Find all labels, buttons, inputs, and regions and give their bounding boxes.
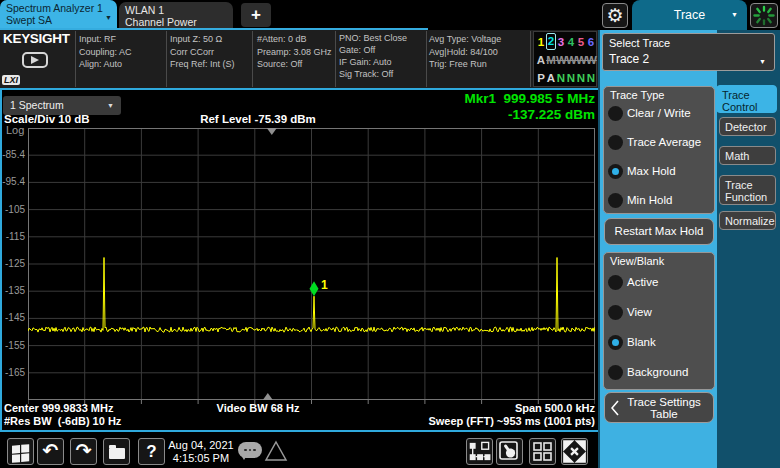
radio-min-hold[interactable]: Min Hold bbox=[608, 187, 672, 213]
spectrum-display: 1 Spectrum ▼ Mkr1 999.985 5 MHz -137.225… bbox=[0, 88, 598, 432]
meas-col-avg[interactable]: Avg Type: Voltage Avg|Hold: 84/100 Trig:… bbox=[429, 33, 528, 71]
divider bbox=[530, 31, 531, 87]
sequencer-button[interactable] bbox=[466, 438, 493, 465]
windows-start-button[interactable] bbox=[7, 438, 34, 465]
video-bw-label[interactable]: Video BW 68 Hz bbox=[100, 402, 416, 414]
menu-tab-math[interactable]: Math bbox=[719, 146, 776, 165]
menu-tab-normalize[interactable]: Normalize bbox=[719, 211, 776, 230]
y-axis-label: -125 bbox=[0, 258, 25, 269]
radio-indicator bbox=[608, 365, 623, 380]
busy-indicator-button[interactable] bbox=[750, 3, 778, 28]
menu-header-dropdown[interactable]: Trace ▼ bbox=[632, 0, 747, 30]
touch-hand-icon bbox=[497, 439, 522, 464]
chevron-down-icon: ▼ bbox=[731, 0, 738, 30]
radio-trace-average[interactable]: Trace Average bbox=[608, 129, 701, 155]
meas-col-pno[interactable]: PNO: Best Close Gate: Off IF Gain: Auto … bbox=[339, 32, 424, 80]
trace-legend[interactable]: 123456 AMWWWW PANNNN bbox=[533, 31, 597, 87]
trace-legend-cell: N bbox=[576, 69, 586, 87]
gear-icon: ⚙ bbox=[606, 5, 623, 26]
trace-legend-cell: N bbox=[566, 69, 576, 87]
marker-1-diamond bbox=[309, 281, 318, 296]
radio-clear-write[interactable]: Clear / Write bbox=[608, 100, 691, 126]
radio-background[interactable]: Background bbox=[608, 359, 688, 385]
radio-indicator bbox=[608, 135, 623, 150]
radio-active[interactable]: Active bbox=[608, 269, 658, 295]
sweep-label[interactable]: Sweep (FFT) ~953 ms (1001 pts) bbox=[428, 415, 595, 427]
folder-icon bbox=[109, 448, 125, 459]
view-blank-group: View/Blank Active View Blank Background bbox=[603, 252, 715, 390]
radio-indicator bbox=[608, 193, 623, 208]
trace-legend-cell: M bbox=[546, 51, 556, 69]
tab-spectrum-analyzer[interactable]: Spectrum Analyzer 1 Swept SA ▼ bbox=[0, 0, 117, 28]
spectrum-plot-svg: 1 bbox=[28, 128, 595, 406]
radio-indicator bbox=[608, 164, 623, 179]
res-bw-label[interactable]: #Res BW (-6dB) 10 Hz bbox=[4, 415, 121, 427]
expand-arrows-icon bbox=[562, 439, 587, 464]
marker-1-label: 1 bbox=[321, 278, 328, 292]
add-screen-button[interactable]: + bbox=[241, 3, 271, 27]
spectrum-plot[interactable]: 1 bbox=[28, 128, 595, 406]
y-axis-label: -155 bbox=[0, 340, 25, 351]
divider bbox=[75, 31, 76, 87]
select-trace-dropdown[interactable]: Select Trace Trace 2 ▼ bbox=[602, 33, 775, 71]
chevron-down-icon: ▼ bbox=[105, 12, 112, 24]
trace-legend-numbers: 123456 bbox=[536, 33, 596, 51]
windows-icon bbox=[8, 439, 33, 464]
divider bbox=[252, 31, 253, 87]
undo-icon: ↶ bbox=[43, 440, 59, 461]
trace-legend-cell: N bbox=[586, 69, 596, 87]
tab-wlan[interactable]: WLAN 1 Channel Power bbox=[119, 2, 233, 28]
meas-col-input-z[interactable]: Input Z: 50 Ω Corr CCorr Freq Ref: Int (… bbox=[170, 33, 250, 71]
radio-max-hold[interactable]: Max Hold bbox=[608, 158, 676, 184]
help-button[interactable]: ? bbox=[138, 438, 165, 465]
divider bbox=[335, 31, 336, 87]
file-button[interactable] bbox=[103, 438, 130, 465]
tab-subtitle: Swept SA bbox=[6, 14, 111, 26]
sequence-icon bbox=[467, 439, 492, 464]
menu-panel: ⚙ Trace ▼ Select Trace Trace 2 ▼ Trace T… bbox=[598, 0, 780, 468]
system-toolbar: ↶ ↷ ? Aug 04, 2021 4:15:05 PM bbox=[0, 432, 598, 468]
tab-subtitle: Channel Power bbox=[125, 16, 227, 28]
lxi-badge: LXI bbox=[2, 75, 20, 85]
radio-blank[interactable]: Blank bbox=[608, 329, 656, 355]
bottom-axis-indicator bbox=[263, 393, 273, 400]
touch-mode-button[interactable] bbox=[496, 438, 523, 465]
radio-indicator bbox=[608, 275, 623, 290]
center-freq-label[interactable]: Center 999.9833 MHz bbox=[4, 402, 113, 414]
menu-tab-trace-control[interactable]: Trace Control bbox=[716, 85, 777, 113]
trace-legend-cell: 6 bbox=[586, 33, 596, 51]
restart-max-hold-button[interactable]: Restart Max Hold bbox=[604, 218, 714, 245]
meas-col-atten[interactable]: #Atten: 0 dB Preamp: 3.08 GHz Source: Of… bbox=[257, 33, 333, 71]
fullscreen-button[interactable] bbox=[561, 438, 588, 465]
window-layout-button[interactable] bbox=[529, 438, 556, 465]
trace-legend-cell: 2 bbox=[546, 33, 556, 50]
span-label[interactable]: Span 500.0 kHz bbox=[515, 402, 595, 414]
settings-gear-button[interactable]: ⚙ bbox=[602, 3, 628, 28]
trace-legend-cell: W bbox=[556, 51, 566, 69]
y-axis-label: -145 bbox=[0, 312, 25, 323]
y-axis-label: -85.4 bbox=[0, 149, 25, 160]
trace-legend-types: AMWWWW bbox=[536, 51, 596, 69]
menu-tab-trace-function[interactable]: Trace Function bbox=[719, 175, 776, 205]
trace-legend-cell: 3 bbox=[556, 33, 566, 51]
meas-col-input[interactable]: Input: RF Coupling: AC Align: Auto bbox=[79, 33, 163, 71]
trace-legend-detectors: PANNNN bbox=[536, 69, 596, 87]
trace-settings-table-button[interactable]: Trace Settings Table bbox=[604, 392, 714, 423]
divider bbox=[426, 31, 427, 87]
y-axis-label: -95.4 bbox=[0, 176, 25, 187]
trace-legend-cell: W bbox=[566, 51, 576, 69]
radio-view[interactable]: View bbox=[608, 299, 652, 325]
menu-tab-detector[interactable]: Detector bbox=[719, 117, 776, 136]
undo-button[interactable]: ↶ bbox=[37, 438, 64, 465]
message-bubble-icon[interactable] bbox=[238, 442, 262, 458]
measurement-bar: KEYSIGHT LXI Input: RF Coupling: AC Alig… bbox=[0, 30, 598, 88]
tab-title: WLAN 1 bbox=[125, 4, 227, 16]
redo-button[interactable]: ↷ bbox=[70, 438, 97, 465]
ref-level-label[interactable]: Ref Level -75.39 dBm bbox=[100, 113, 416, 125]
grid-layout-icon bbox=[530, 439, 555, 464]
trace-legend-cell: N bbox=[556, 69, 566, 87]
datetime-display: Aug 04, 2021 4:15:05 PM bbox=[168, 439, 234, 465]
help-icon: ? bbox=[146, 442, 156, 461]
trace-legend-cell: 5 bbox=[576, 33, 586, 51]
tab-title: Spectrum Analyzer 1 bbox=[6, 2, 111, 14]
